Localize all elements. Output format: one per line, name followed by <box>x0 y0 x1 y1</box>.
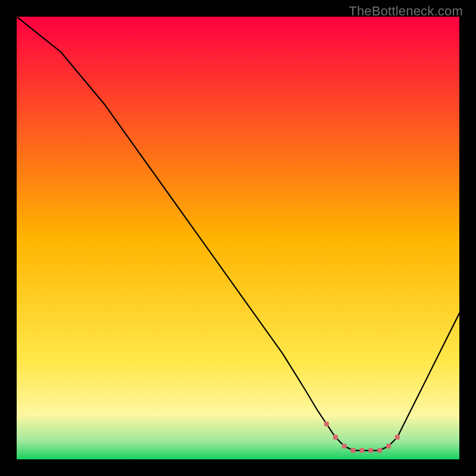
marker-dot <box>377 448 382 453</box>
chart-container: TheBottleneck.com <box>0 0 476 476</box>
gradient-background <box>17 17 459 459</box>
marker-dot <box>386 444 391 449</box>
marker-dot <box>324 422 329 427</box>
marker-dot <box>350 448 355 453</box>
marker-dot <box>368 448 373 453</box>
marker-dot <box>395 435 400 440</box>
marker-dot <box>333 435 338 440</box>
plot-area <box>17 17 459 459</box>
chart-svg <box>17 17 459 459</box>
marker-dot <box>342 444 347 449</box>
marker-dot <box>359 448 364 453</box>
